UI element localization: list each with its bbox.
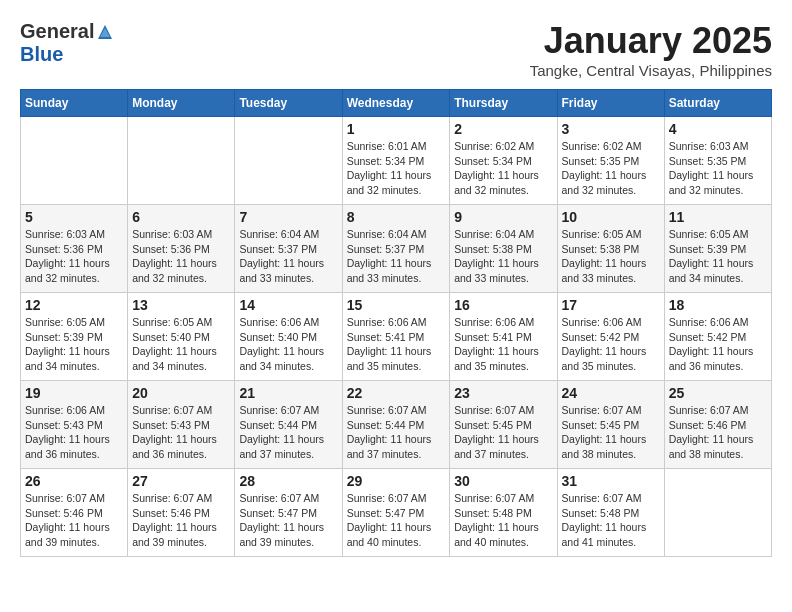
calendar-cell: 3Sunrise: 6:02 AM Sunset: 5:35 PM Daylig… [557, 117, 664, 205]
calendar-cell: 4Sunrise: 6:03 AM Sunset: 5:35 PM Daylig… [664, 117, 771, 205]
day-number: 11 [669, 209, 767, 225]
day-number: 22 [347, 385, 446, 401]
calendar-cell: 11Sunrise: 6:05 AM Sunset: 5:39 PM Dayli… [664, 205, 771, 293]
calendar-cell: 22Sunrise: 6:07 AM Sunset: 5:44 PM Dayli… [342, 381, 450, 469]
calendar-cell: 1Sunrise: 6:01 AM Sunset: 5:34 PM Daylig… [342, 117, 450, 205]
day-info: Sunrise: 6:04 AM Sunset: 5:37 PM Dayligh… [239, 227, 337, 286]
calendar-week-row: 19Sunrise: 6:06 AM Sunset: 5:43 PM Dayli… [21, 381, 772, 469]
calendar-cell: 6Sunrise: 6:03 AM Sunset: 5:36 PM Daylig… [128, 205, 235, 293]
calendar-cell: 5Sunrise: 6:03 AM Sunset: 5:36 PM Daylig… [21, 205, 128, 293]
day-info: Sunrise: 6:07 AM Sunset: 5:44 PM Dayligh… [239, 403, 337, 462]
calendar-cell: 25Sunrise: 6:07 AM Sunset: 5:46 PM Dayli… [664, 381, 771, 469]
day-number: 31 [562, 473, 660, 489]
day-info: Sunrise: 6:07 AM Sunset: 5:48 PM Dayligh… [562, 491, 660, 550]
day-info: Sunrise: 6:07 AM Sunset: 5:47 PM Dayligh… [239, 491, 337, 550]
day-number: 19 [25, 385, 123, 401]
day-info: Sunrise: 6:06 AM Sunset: 5:41 PM Dayligh… [454, 315, 552, 374]
day-info: Sunrise: 6:03 AM Sunset: 5:36 PM Dayligh… [132, 227, 230, 286]
calendar-cell [235, 117, 342, 205]
calendar-cell: 29Sunrise: 6:07 AM Sunset: 5:47 PM Dayli… [342, 469, 450, 557]
day-info: Sunrise: 6:03 AM Sunset: 5:35 PM Dayligh… [669, 139, 767, 198]
day-number: 23 [454, 385, 552, 401]
day-info: Sunrise: 6:07 AM Sunset: 5:44 PM Dayligh… [347, 403, 446, 462]
day-header-monday: Monday [128, 90, 235, 117]
calendar-week-row: 1Sunrise: 6:01 AM Sunset: 5:34 PM Daylig… [21, 117, 772, 205]
day-number: 12 [25, 297, 123, 313]
calendar-week-row: 5Sunrise: 6:03 AM Sunset: 5:36 PM Daylig… [21, 205, 772, 293]
logo-icon [96, 23, 114, 41]
calendar-cell: 27Sunrise: 6:07 AM Sunset: 5:46 PM Dayli… [128, 469, 235, 557]
day-info: Sunrise: 6:06 AM Sunset: 5:42 PM Dayligh… [669, 315, 767, 374]
day-number: 1 [347, 121, 446, 137]
day-info: Sunrise: 6:07 AM Sunset: 5:47 PM Dayligh… [347, 491, 446, 550]
day-info: Sunrise: 6:04 AM Sunset: 5:38 PM Dayligh… [454, 227, 552, 286]
day-number: 10 [562, 209, 660, 225]
day-number: 14 [239, 297, 337, 313]
day-info: Sunrise: 6:06 AM Sunset: 5:43 PM Dayligh… [25, 403, 123, 462]
calendar-cell: 13Sunrise: 6:05 AM Sunset: 5:40 PM Dayli… [128, 293, 235, 381]
calendar-cell: 30Sunrise: 6:07 AM Sunset: 5:48 PM Dayli… [450, 469, 557, 557]
calendar-cell: 15Sunrise: 6:06 AM Sunset: 5:41 PM Dayli… [342, 293, 450, 381]
calendar-cell: 14Sunrise: 6:06 AM Sunset: 5:40 PM Dayli… [235, 293, 342, 381]
calendar-cell: 2Sunrise: 6:02 AM Sunset: 5:34 PM Daylig… [450, 117, 557, 205]
calendar-cell: 26Sunrise: 6:07 AM Sunset: 5:46 PM Dayli… [21, 469, 128, 557]
day-number: 7 [239, 209, 337, 225]
day-header-sunday: Sunday [21, 90, 128, 117]
day-info: Sunrise: 6:07 AM Sunset: 5:43 PM Dayligh… [132, 403, 230, 462]
day-number: 2 [454, 121, 552, 137]
day-info: Sunrise: 6:01 AM Sunset: 5:34 PM Dayligh… [347, 139, 446, 198]
day-info: Sunrise: 6:03 AM Sunset: 5:36 PM Dayligh… [25, 227, 123, 286]
calendar-week-row: 12Sunrise: 6:05 AM Sunset: 5:39 PM Dayli… [21, 293, 772, 381]
calendar-cell: 12Sunrise: 6:05 AM Sunset: 5:39 PM Dayli… [21, 293, 128, 381]
day-info: Sunrise: 6:06 AM Sunset: 5:40 PM Dayligh… [239, 315, 337, 374]
day-info: Sunrise: 6:05 AM Sunset: 5:39 PM Dayligh… [25, 315, 123, 374]
calendar-table: SundayMondayTuesdayWednesdayThursdayFrid… [20, 89, 772, 557]
calendar-cell: 18Sunrise: 6:06 AM Sunset: 5:42 PM Dayli… [664, 293, 771, 381]
day-number: 13 [132, 297, 230, 313]
day-number: 3 [562, 121, 660, 137]
day-info: Sunrise: 6:05 AM Sunset: 5:38 PM Dayligh… [562, 227, 660, 286]
day-info: Sunrise: 6:07 AM Sunset: 5:46 PM Dayligh… [132, 491, 230, 550]
day-number: 24 [562, 385, 660, 401]
calendar-cell: 16Sunrise: 6:06 AM Sunset: 5:41 PM Dayli… [450, 293, 557, 381]
day-info: Sunrise: 6:06 AM Sunset: 5:41 PM Dayligh… [347, 315, 446, 374]
calendar-cell: 23Sunrise: 6:07 AM Sunset: 5:45 PM Dayli… [450, 381, 557, 469]
day-number: 18 [669, 297, 767, 313]
day-header-wednesday: Wednesday [342, 90, 450, 117]
day-number: 28 [239, 473, 337, 489]
day-number: 21 [239, 385, 337, 401]
title-section: January 2025 Tangke, Central Visayas, Ph… [530, 20, 772, 79]
day-number: 20 [132, 385, 230, 401]
day-info: Sunrise: 6:07 AM Sunset: 5:46 PM Dayligh… [669, 403, 767, 462]
calendar-week-row: 26Sunrise: 6:07 AM Sunset: 5:46 PM Dayli… [21, 469, 772, 557]
day-header-tuesday: Tuesday [235, 90, 342, 117]
day-header-friday: Friday [557, 90, 664, 117]
calendar-cell: 8Sunrise: 6:04 AM Sunset: 5:37 PM Daylig… [342, 205, 450, 293]
day-info: Sunrise: 6:05 AM Sunset: 5:39 PM Dayligh… [669, 227, 767, 286]
day-info: Sunrise: 6:06 AM Sunset: 5:42 PM Dayligh… [562, 315, 660, 374]
calendar-cell: 17Sunrise: 6:06 AM Sunset: 5:42 PM Dayli… [557, 293, 664, 381]
day-info: Sunrise: 6:07 AM Sunset: 5:48 PM Dayligh… [454, 491, 552, 550]
calendar-cell: 9Sunrise: 6:04 AM Sunset: 5:38 PM Daylig… [450, 205, 557, 293]
day-info: Sunrise: 6:05 AM Sunset: 5:40 PM Dayligh… [132, 315, 230, 374]
month-title: January 2025 [530, 20, 772, 62]
day-number: 29 [347, 473, 446, 489]
logo-blue-text: Blue [20, 43, 63, 66]
calendar-cell: 7Sunrise: 6:04 AM Sunset: 5:37 PM Daylig… [235, 205, 342, 293]
day-number: 6 [132, 209, 230, 225]
day-number: 5 [25, 209, 123, 225]
location-text: Tangke, Central Visayas, Philippines [530, 62, 772, 79]
day-info: Sunrise: 6:07 AM Sunset: 5:46 PM Dayligh… [25, 491, 123, 550]
calendar-header-row: SundayMondayTuesdayWednesdayThursdayFrid… [21, 90, 772, 117]
logo: General Blue [20, 20, 114, 66]
day-number: 25 [669, 385, 767, 401]
day-number: 17 [562, 297, 660, 313]
calendar-cell [664, 469, 771, 557]
day-number: 9 [454, 209, 552, 225]
calendar-cell: 28Sunrise: 6:07 AM Sunset: 5:47 PM Dayli… [235, 469, 342, 557]
day-number: 27 [132, 473, 230, 489]
day-info: Sunrise: 6:07 AM Sunset: 5:45 PM Dayligh… [454, 403, 552, 462]
day-info: Sunrise: 6:04 AM Sunset: 5:37 PM Dayligh… [347, 227, 446, 286]
day-info: Sunrise: 6:02 AM Sunset: 5:34 PM Dayligh… [454, 139, 552, 198]
calendar-cell: 19Sunrise: 6:06 AM Sunset: 5:43 PM Dayli… [21, 381, 128, 469]
